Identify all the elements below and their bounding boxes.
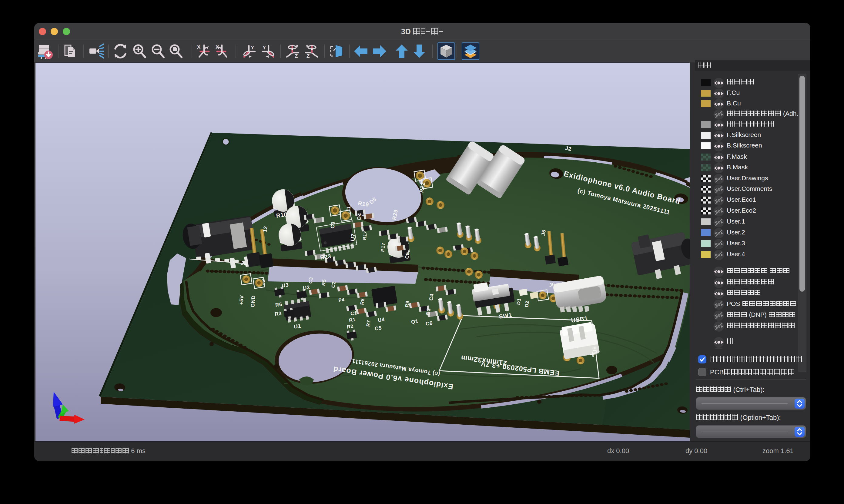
svg-text:C9: C9 — [404, 252, 410, 259]
svg-text:C2: C2 — [330, 281, 337, 288]
svg-text:R1: R1 — [349, 317, 356, 323]
svg-text:U4: U4 — [377, 317, 385, 323]
svg-text:P4: P4 — [338, 297, 345, 303]
svg-text:R7: R7 — [365, 320, 372, 327]
svg-text:C6: C6 — [425, 320, 433, 327]
svg-text:Z: Z — [307, 53, 310, 59]
svg-text:J2: J2 — [565, 145, 572, 152]
svg-text:C5: C5 — [374, 325, 382, 332]
svg-text:C3: C3 — [308, 277, 314, 284]
svg-text:Z: Z — [295, 53, 298, 59]
svg-text:Y: Y — [262, 45, 266, 51]
svg-text:U1: U1 — [293, 323, 302, 330]
svg-text:D2: D2 — [524, 301, 530, 308]
svg-text:R6: R6 — [275, 301, 282, 308]
svg-text:Y: Y — [251, 45, 254, 51]
svg-text:12: 12 — [262, 226, 269, 232]
svg-text:GND: GND — [250, 295, 257, 308]
svg-text:C1: C1 — [350, 310, 358, 316]
svg-text:X: X — [197, 44, 201, 50]
svg-text:U3: U3 — [281, 282, 289, 289]
svg-text:C4: C4 — [428, 293, 435, 301]
svg-text:R3: R3 — [274, 310, 282, 317]
svg-text:D3: D3 — [425, 308, 432, 315]
svg-text:R5: R5 — [321, 279, 327, 286]
svg-text:R8: R8 — [359, 298, 365, 305]
svg-text:U2: U2 — [303, 284, 310, 291]
svg-text:R2: R2 — [346, 323, 354, 329]
svg-text:C9: C9 — [329, 221, 336, 229]
svg-text:D4: D4 — [356, 213, 363, 220]
svg-text:Q1: Q1 — [411, 318, 419, 325]
svg-text:R9: R9 — [404, 301, 410, 308]
svg-text:J5: J5 — [540, 229, 547, 236]
svg-text:D1: D1 — [516, 298, 522, 305]
svg-text:+5V: +5V — [238, 295, 245, 305]
